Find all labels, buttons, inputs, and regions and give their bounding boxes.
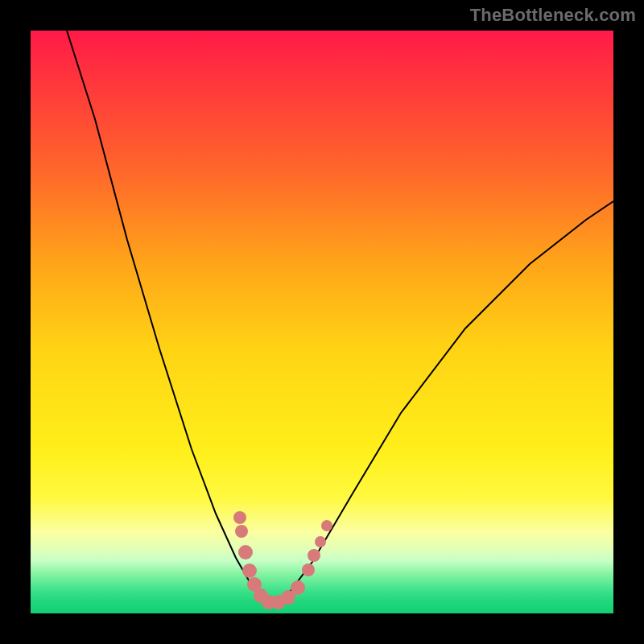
data-dot [315,536,326,547]
data-dot [302,564,315,576]
data-dot [238,545,253,559]
watermark-text: TheBottleneck.com [470,5,636,26]
chart-area [31,31,613,613]
data-dots [233,511,332,609]
data-dot [233,511,246,524]
data-dot [242,564,257,578]
bottleneck-curve [67,31,613,604]
data-dot [291,580,305,595]
data-dot [321,520,332,531]
data-dot [308,549,320,562]
data-dot [235,525,248,538]
bottleneck-curve-svg [31,31,613,613]
